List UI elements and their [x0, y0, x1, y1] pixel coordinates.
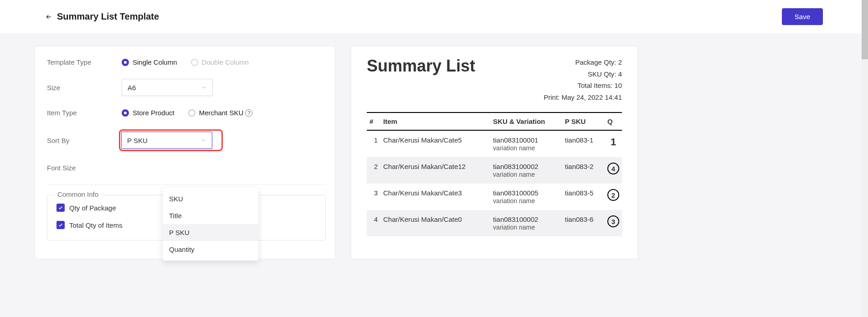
size-select[interactable]: A6	[122, 79, 213, 96]
radio-merchant-sku[interactable]: Merchant SKU ?	[188, 109, 253, 117]
common-info-title: Common Info	[55, 190, 101, 198]
print-time: May 24, 2022 14:41	[561, 93, 622, 101]
save-button[interactable]: Save	[782, 8, 823, 25]
table-row: 1Char/Kerusi Makan/Cate5tian083100001var…	[367, 130, 622, 157]
info-icon[interactable]: ?	[245, 109, 252, 117]
qty-circled: 4	[607, 163, 619, 174]
radio-dot-icon	[191, 59, 198, 66]
cell-q: 4	[605, 157, 622, 184]
cell-q: 3	[605, 210, 622, 236]
cell-n: 3	[367, 184, 380, 210]
cell-item: Char/Kerusi Makan/Cate5	[380, 130, 490, 157]
col-header-q: Q	[605, 112, 622, 130]
cell-q: 2	[605, 184, 622, 210]
qty-circled: 3	[607, 215, 619, 227]
checkbox-total-qty[interactable]: Total Qty of Items	[56, 221, 180, 229]
print-label: Print:	[544, 93, 560, 101]
page-title: Summary List Template	[57, 11, 159, 22]
sku-qty: 4	[618, 70, 622, 78]
font-size-label: Font Size	[47, 164, 122, 172]
dropdown-item-psku[interactable]: P SKU	[163, 224, 258, 241]
content-area: Template Type Single Column Double Colum…	[0, 33, 868, 272]
item-type-label: Item Type	[47, 109, 122, 117]
col-header-n: #	[367, 112, 380, 130]
sort-by-label: Sort By	[47, 137, 122, 144]
checkbox-icon	[56, 204, 65, 212]
preview-table: # Item SKU & Variation P SKU Q 1Char/Ker…	[367, 112, 622, 236]
checkbox-label: Total Qty of Items	[69, 221, 123, 229]
cell-psku: tian083-5	[562, 184, 605, 210]
cell-sku: tian083100005variation name	[490, 184, 562, 210]
sort-by-value: P SKU	[127, 137, 148, 144]
table-row: 2Char/Kerusi Makan/Cate12tian083100002va…	[367, 157, 622, 184]
radio-label-merchant: Merchant SKU	[199, 109, 244, 117]
settings-panel: Template Type Single Column Double Colum…	[35, 46, 335, 259]
cell-item: Char/Kerusi Makan/Cate0	[380, 210, 490, 236]
col-header-item: Item	[380, 112, 490, 130]
back-arrow-icon[interactable]	[45, 13, 52, 20]
radio-label-double: Double Column	[202, 58, 249, 66]
size-value: A6	[128, 84, 136, 92]
package-qty-label: Package Qty:	[575, 58, 616, 66]
scroll-thumb[interactable]	[862, 0, 868, 59]
top-bar: Summary List Template Save	[0, 0, 868, 33]
cell-n: 2	[367, 157, 380, 184]
cell-psku: tian083-6	[562, 210, 605, 236]
checkbox-label: Qty of Package	[69, 204, 116, 212]
size-label: Size	[47, 84, 122, 92]
template-type-label: Template Type	[47, 58, 122, 66]
divider	[47, 184, 326, 185]
radio-label-single: Single Column	[133, 58, 177, 66]
total-items: 10	[614, 82, 622, 89]
qty-plain: 1	[611, 136, 616, 148]
dropdown-item-sku[interactable]: SKU	[163, 190, 258, 207]
package-qty: 2	[618, 58, 622, 66]
total-items-label: Total Items:	[577, 82, 612, 89]
cell-n: 1	[367, 130, 380, 157]
cell-q: 1	[605, 130, 622, 157]
cell-sku: tian083100002variation name	[490, 210, 562, 236]
sort-by-dropdown: SKU Title P SKU Quantity	[163, 188, 258, 261]
checkbox-qty-package[interactable]: Qty of Package	[56, 204, 180, 212]
chevron-down-icon	[201, 85, 207, 90]
chevron-up-icon	[201, 138, 206, 143]
radio-dot-icon	[188, 109, 195, 117]
preview-panel: Summary List Package Qty: 2 SKU Qty: 4 T…	[351, 46, 638, 259]
dropdown-item-title[interactable]: Title	[163, 207, 258, 224]
checkbox-icon	[56, 221, 65, 229]
dropdown-item-quantity[interactable]: Quantity	[163, 241, 258, 258]
cell-n: 4	[367, 210, 380, 236]
sort-by-select[interactable]: P SKU	[121, 132, 212, 149]
cell-psku: tian083-1	[562, 130, 605, 157]
radio-label-store: Store Product	[133, 109, 175, 117]
cell-item: Char/Kerusi Makan/Cate3	[380, 184, 490, 210]
table-row: 4Char/Kerusi Makan/Cate0tian083100002var…	[367, 210, 622, 236]
radio-double-column[interactable]: Double Column	[191, 58, 249, 66]
qty-circled: 2	[607, 189, 619, 201]
radio-dot-icon	[122, 59, 129, 66]
col-header-sku: SKU & Variation	[490, 112, 562, 130]
table-row: 3Char/Kerusi Makan/Cate3tian083100005var…	[367, 184, 622, 210]
radio-store-product[interactable]: Store Product	[122, 109, 175, 117]
sku-qty-label: SKU Qty:	[588, 70, 616, 78]
cell-sku: tian083100002variation name	[490, 157, 562, 184]
radio-single-column[interactable]: Single Column	[122, 58, 177, 66]
col-header-psku: P SKU	[562, 112, 605, 130]
sort-by-highlight: P SKU	[119, 129, 223, 151]
preview-title: Summary List	[367, 56, 475, 76]
cell-item: Char/Kerusi Makan/Cate12	[380, 157, 490, 184]
radio-dot-icon	[122, 109, 129, 117]
scrollbar[interactable]	[862, 0, 868, 317]
cell-psku: tian083-2	[562, 157, 605, 184]
preview-meta: Package Qty: 2 SKU Qty: 4 Total Items: 1…	[544, 56, 622, 103]
cell-sku: tian083100001variation name	[490, 130, 562, 157]
